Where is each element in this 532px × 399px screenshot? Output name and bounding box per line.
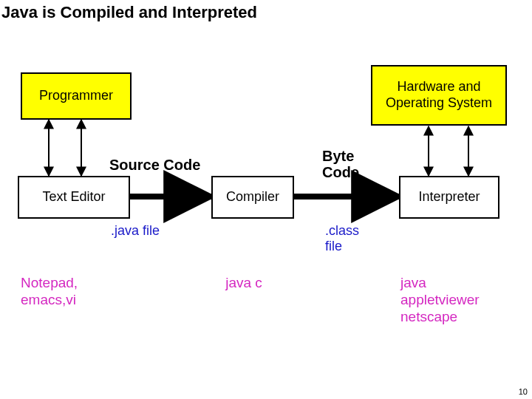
compiler-tool-label: java c (222, 275, 266, 292)
java-file-label: .java file (111, 223, 160, 239)
text-editor-label: Text Editor (42, 189, 105, 205)
class-file-label: .class file (325, 223, 377, 253)
byte-code-label: Byte Code (322, 148, 366, 180)
programmer-label: Programmer (39, 88, 113, 104)
interpreter-box: Interpreter (399, 176, 499, 219)
compiler-label: Compiler (226, 189, 279, 205)
editor-tools-label: Notepad, emacs,vi (21, 275, 109, 309)
page-number: 10 (519, 387, 528, 396)
programmer-box: Programmer (21, 72, 132, 120)
interpreter-label: Interpreter (418, 189, 480, 205)
slide-title: Java is Compiled and Interpreted (1, 3, 257, 22)
text-editor-box: Text Editor (18, 176, 130, 219)
hw-os-box: Hardware and Operating System (371, 65, 507, 126)
source-code-label: Source Code (109, 157, 200, 173)
compiler-box: Compiler (211, 176, 294, 219)
hw-os-label: Hardware and Operating System (375, 79, 502, 111)
runtime-tools-label: java appletviewer netscape (400, 275, 504, 325)
